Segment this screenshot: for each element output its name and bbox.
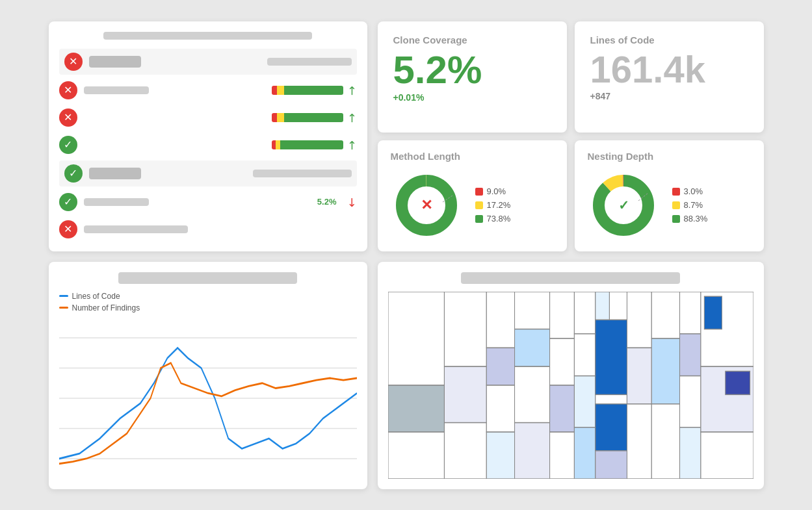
- svg-rect-58: [595, 450, 627, 478]
- svg-rect-35: [549, 432, 574, 479]
- svg-rect-43: [627, 292, 651, 348]
- svg-rect-24: [486, 292, 514, 348]
- progress-bar: [272, 113, 343, 122]
- item-label-2: [253, 170, 352, 177]
- yellow-label: 17.2%: [487, 200, 511, 210]
- list-item[interactable]: ✓ 5.2% ↘: [59, 190, 357, 214]
- item-label: [84, 198, 149, 206]
- progress-bar: [272, 86, 343, 95]
- svg-rect-31: [514, 422, 549, 478]
- svg-rect-45: [627, 403, 651, 478]
- svg-rect-44: [627, 348, 651, 403]
- svg-text:✕: ✕: [421, 197, 432, 213]
- list-panel-header: [103, 32, 312, 40]
- svg-rect-22: [444, 366, 486, 422]
- nesting-depth-card: Nesting Depth ✓: [575, 140, 764, 251]
- svg-rect-51: [679, 376, 700, 427]
- svg-rect-56: [595, 292, 609, 320]
- list-item[interactable]: ✓ ↗: [59, 133, 357, 157]
- method-length-title: Method Length: [391, 151, 554, 162]
- svg-rect-60: [725, 371, 750, 394]
- svg-rect-33: [549, 338, 574, 385]
- yellow-label: 8.7%: [684, 200, 703, 210]
- svg-rect-47: [651, 338, 679, 404]
- item-label-2: [267, 58, 352, 66]
- chart-panel-header: [118, 272, 297, 284]
- svg-rect-32: [549, 292, 574, 338]
- svg-rect-55: [700, 432, 753, 479]
- svg-rect-34: [549, 385, 574, 432]
- clone-coverage-title: Clone Coverage: [393, 34, 551, 45]
- error-icon: ✕: [64, 53, 83, 71]
- svg-rect-27: [486, 432, 514, 479]
- list-item[interactable]: ✕: [59, 218, 357, 241]
- loc-value: 161.4k: [590, 51, 748, 88]
- success-icon: ✓: [64, 164, 83, 183]
- lines-of-code-card: Lines of Code 161.4k +847: [575, 21, 764, 133]
- clone-coverage-card: Clone Coverage 5.2% +0.01%: [378, 21, 567, 133]
- item-label: [84, 225, 188, 233]
- list-panel: ✕ ✕ ↗ ✕: [49, 21, 367, 251]
- nesting-depth-legend: 3.0% 8.7% 88.3%: [672, 186, 708, 223]
- svg-rect-38: [574, 376, 595, 427]
- error-icon: ✕: [59, 220, 77, 238]
- item-label: [89, 168, 141, 179]
- loc-delta: +847: [590, 91, 748, 101]
- progress-bar-wrap: ↗: [272, 83, 357, 97]
- list-item[interactable]: ✕ ↗: [59, 106, 357, 129]
- svg-rect-59: [704, 296, 722, 329]
- svg-rect-50: [679, 333, 700, 376]
- loc-legend-label: Lines of Code: [72, 292, 120, 301]
- red-label: 9.0%: [487, 186, 506, 196]
- findings-legend-label: Number of Findings: [72, 303, 140, 312]
- svg-rect-25: [486, 348, 514, 385]
- svg-rect-52: [679, 427, 700, 478]
- error-icon: ✕: [59, 81, 77, 99]
- metrics-area: Clone Coverage 5.2% +0.01% Lines of Code…: [378, 21, 764, 251]
- item-label: [84, 86, 149, 94]
- findings-legend: Number of Findings: [59, 303, 357, 312]
- legend-red: 3.0%: [672, 186, 708, 196]
- treemap-area: [388, 292, 753, 479]
- legend-green: 73.8%: [475, 214, 511, 223]
- success-icon: ✓: [59, 136, 77, 154]
- percentage-text: 5.2%: [317, 197, 337, 207]
- yellow-dot: [475, 201, 483, 209]
- svg-rect-23: [444, 422, 486, 478]
- line-chart-panel: Lines of Code Number of Findings: [49, 262, 367, 489]
- arrow-down-icon: ↘: [343, 193, 360, 210]
- svg-rect-26: [486, 385, 514, 432]
- method-length-card: Method Length ✕: [378, 140, 567, 251]
- svg-rect-18: [388, 292, 444, 385]
- treemap-panel-header: [461, 272, 680, 284]
- arrow-up-icon: ↗: [343, 81, 360, 98]
- svg-rect-36: [574, 292, 595, 334]
- list-item[interactable]: ✕: [59, 49, 357, 75]
- svg-rect-46: [651, 292, 679, 338]
- arrow-up-icon: ↗: [343, 136, 360, 153]
- green-dot: [672, 215, 680, 223]
- legend-green: 88.3%: [672, 214, 708, 223]
- legend-red: 9.0%: [475, 186, 511, 196]
- list-item[interactable]: ✕ ↗: [59, 79, 357, 102]
- svg-rect-20: [388, 432, 444, 479]
- svg-rect-49: [679, 292, 700, 334]
- success-icon: ✓: [59, 193, 77, 211]
- svg-rect-41: [595, 320, 627, 394]
- list-item[interactable]: ✓: [59, 160, 357, 186]
- green-label: 73.8%: [487, 214, 511, 223]
- chart-legend: Lines of Code Number of Findings: [59, 292, 357, 312]
- nesting-depth-chart: ✓: [588, 170, 659, 241]
- clone-coverage-delta: +0.01%: [393, 92, 551, 103]
- progress-bar-wrap: ↗: [272, 138, 357, 152]
- svg-rect-48: [651, 403, 679, 478]
- legend-yellow: 17.2%: [475, 200, 511, 210]
- red-dot: [672, 188, 680, 196]
- dashboard: ✕ ✕ ↗ ✕: [49, 21, 764, 489]
- svg-rect-30: [514, 366, 549, 422]
- svg-rect-57: [609, 292, 627, 320]
- svg-rect-39: [574, 427, 595, 478]
- svg-rect-42: [595, 403, 627, 450]
- green-dot: [475, 215, 483, 223]
- orange-line-dot: [59, 307, 68, 309]
